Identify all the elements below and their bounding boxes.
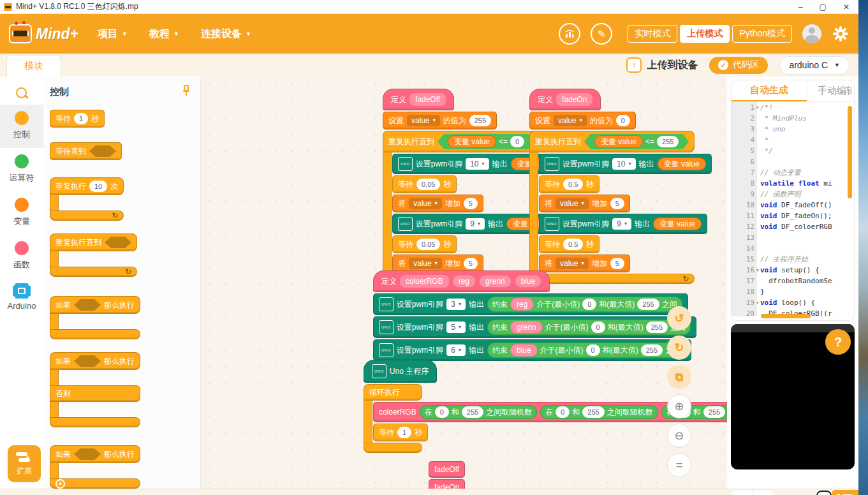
- mode-上传模式[interactable]: 上传模式: [680, 25, 730, 43]
- sidebar-item-functions[interactable]: 函数: [0, 235, 43, 278]
- dropdown-6[interactable]: 6▾: [446, 344, 466, 356]
- value-input[interactable]: 5: [464, 198, 478, 209]
- c-block-head[interactable]: 如果那么执行: [50, 445, 140, 463]
- menu-教程[interactable]: 教程▼: [149, 27, 179, 41]
- operator-oval[interactable]: 约束reg介于(最小值)0和(最大值)255之间: [487, 297, 682, 312]
- value-input[interactable]: 255: [646, 321, 668, 333]
- parameter-oval[interactable]: reg: [510, 298, 534, 311]
- script-block[interactable]: 等待直到: [50, 142, 122, 160]
- script-block[interactable]: UNO设置pwm引脚10▾输出变量 value: [539, 154, 712, 174]
- value-input[interactable]: 0.05: [416, 239, 440, 250]
- zoom-out-button[interactable]: ⊖: [667, 424, 691, 448]
- mode-实时模式[interactable]: 实时模式: [628, 25, 677, 43]
- script-block[interactable]: 等待0.5秒: [539, 175, 600, 193]
- c-block-else[interactable]: 否则: [50, 385, 140, 402]
- hat-block[interactable]: 定义coloerRGBreggrennblue: [373, 270, 550, 292]
- c-block-head[interactable]: 重复执行直到: [50, 233, 137, 251]
- value-input[interactable]: 0: [555, 406, 570, 418]
- fold-arrow-icon[interactable]: ▼: [756, 265, 759, 276]
- value-input[interactable]: 0: [586, 344, 600, 356]
- empty-condition-slot[interactable]: [105, 237, 131, 248]
- value-input[interactable]: 10: [89, 181, 107, 192]
- horizontal-scrollbar[interactable]: [761, 314, 811, 318]
- upload-to-device-button[interactable]: ↑ 上传到设备: [626, 57, 698, 73]
- dropdown-9[interactable]: 9▾: [612, 218, 631, 230]
- parameter-oval[interactable]: reg: [452, 275, 476, 288]
- c-block-head[interactable]: 重复执行直到变量 value<=0: [383, 131, 540, 152]
- variable-oval[interactable]: 变量 value: [448, 135, 496, 148]
- dropdown-value[interactable]: value▾: [555, 198, 589, 209]
- c-block-foot[interactable]: [50, 329, 140, 339]
- code-editor[interactable]: 1▼2345678910111213141516▼171819▼2021 /*!…: [732, 102, 854, 316]
- script-block[interactable]: 将value▾增加5: [539, 195, 630, 212]
- value-input[interactable]: 5: [610, 198, 624, 209]
- c-block[interactable]: 重复执行直到变量 value<=255UNO设置pwm引脚10▾输出变量 val…: [529, 131, 712, 284]
- c-block-head[interactable]: 如果那么执行: [50, 296, 140, 314]
- c-block-foot[interactable]: ↻: [50, 267, 137, 277]
- value-input[interactable]: 255: [469, 115, 491, 126]
- settings-gear-icon[interactable]: [832, 25, 850, 43]
- c-block-foot[interactable]: +: [50, 478, 140, 489]
- parameter-oval[interactable]: grenn: [510, 321, 543, 334]
- variable-oval[interactable]: 变量 value: [658, 158, 706, 170]
- c-block-head[interactable]: 重复执行10次: [50, 177, 124, 195]
- vertical-scrollbar[interactable]: [848, 106, 852, 198]
- script-stack[interactable]: 定义coloerRGBreggrennblueUNO设置pwm引脚3▾输出约束r…: [373, 270, 696, 362]
- value-input[interactable]: 0.05: [416, 179, 440, 190]
- script-stack[interactable]: fadeOfffadeOn: [429, 461, 465, 489]
- operator-oval[interactable]: 在0和255之间取随机数: [420, 405, 537, 419]
- dropdown-value[interactable]: value▾: [409, 258, 442, 269]
- zoom-in-button[interactable]: ⊕: [667, 394, 691, 418]
- value-input[interactable]: 5: [464, 258, 478, 269]
- hat-block[interactable]: 定义fadeOff: [383, 89, 454, 110]
- value-input[interactable]: 1: [74, 113, 88, 124]
- c-block-foot[interactable]: ↻: [50, 211, 124, 221]
- dropdown-9[interactable]: 9▾: [466, 218, 485, 230]
- extensions-button[interactable]: + 扩展: [8, 445, 41, 482]
- c-block-foot[interactable]: [364, 443, 422, 453]
- script-block[interactable]: fadeOn: [429, 479, 465, 489]
- search-icon[interactable]: [15, 87, 28, 100]
- c-block-head[interactable]: 重复执行直到变量 value<=255: [529, 131, 695, 152]
- c-block[interactable]: 如果那么执行+: [50, 445, 200, 489]
- script-block[interactable]: 设置value▾的值为0: [529, 112, 636, 129]
- operator-oval[interactable]: 约束blue介于(最小值)0和(最大值)255之间: [487, 343, 686, 358]
- tab-manual-edit[interactable]: 手动编辑: [807, 80, 851, 101]
- theme-paintbrush-icon[interactable]: [816, 491, 832, 495]
- empty-condition-slot[interactable]: [74, 448, 101, 460]
- dropdown-3[interactable]: 3▾: [446, 299, 466, 310]
- maximize-button[interactable]: ▢: [820, 1, 827, 13]
- c-block-head[interactable]: 循环执行: [364, 384, 422, 401]
- dropdown-10[interactable]: 10▾: [612, 158, 635, 170]
- c-block-head[interactable]: 如果那么执行: [50, 352, 140, 370]
- script-block[interactable]: 等待1秒: [373, 424, 428, 441]
- add-branch-icon[interactable]: +: [55, 479, 65, 489]
- value-input[interactable]: 1: [397, 427, 411, 438]
- parameter-oval[interactable]: blue: [515, 275, 542, 288]
- value-input[interactable]: 0: [616, 115, 630, 126]
- operator-oval[interactable]: 在0和255之间取随机数: [540, 405, 658, 419]
- value-input[interactable]: 5: [610, 258, 624, 269]
- fold-arrow-icon[interactable]: ▼: [756, 103, 759, 114]
- board-language-dropdown[interactable]: arduino C ▼: [779, 56, 850, 75]
- value-input[interactable]: 0: [435, 406, 449, 418]
- value-input[interactable]: 255: [703, 406, 725, 418]
- value-input[interactable]: 0.5: [563, 239, 583, 250]
- c-block-foot[interactable]: [50, 417, 140, 427]
- pin-icon[interactable]: [181, 84, 191, 100]
- parameter-oval[interactable]: grenn: [479, 275, 511, 288]
- usb-connected-icon[interactable]: [732, 491, 753, 495]
- parameter-oval[interactable]: blue: [510, 344, 538, 357]
- undo-button[interactable]: ↺: [667, 306, 691, 330]
- device-list-button[interactable]: [832, 490, 858, 495]
- empty-condition-slot[interactable]: [89, 145, 116, 157]
- redo-button[interactable]: ↻: [667, 336, 691, 360]
- script-block[interactable]: 设置value▾的值为255: [383, 112, 497, 129]
- value-input[interactable]: 255: [462, 406, 483, 418]
- fold-arrow-icon[interactable]: ▼: [756, 298, 759, 309]
- hat-block[interactable]: UNOUno 主程序: [364, 360, 437, 383]
- value-input[interactable]: 255: [657, 136, 679, 147]
- screenshot-button[interactable]: ⧉: [667, 365, 691, 389]
- menu-项目[interactable]: 项目▼: [98, 27, 128, 41]
- script-block[interactable]: 将value▾增加5: [392, 195, 483, 212]
